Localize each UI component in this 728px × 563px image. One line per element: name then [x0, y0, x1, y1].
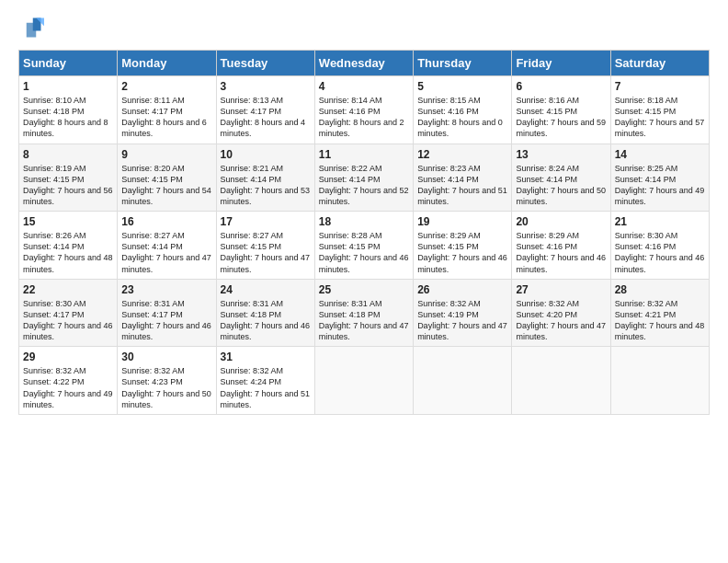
day-info: Sunrise: 8:32 AMSunset: 4:24 PMDaylight:… [221, 365, 311, 410]
week-row-2: 8Sunrise: 8:19 AMSunset: 4:15 PMDaylight… [19, 144, 710, 212]
logo [18, 15, 48, 40]
day-info: Sunrise: 8:14 AMSunset: 4:16 PMDaylight:… [319, 95, 409, 140]
day-info: Sunrise: 8:20 AMSunset: 4:15 PMDaylight:… [121, 163, 211, 208]
day-cell: 2Sunrise: 8:11 AMSunset: 4:17 PMDaylight… [118, 76, 216, 144]
day-cell: 4Sunrise: 8:14 AMSunset: 4:16 PMDaylight… [314, 76, 413, 144]
day-cell: 1Sunrise: 8:10 AMSunset: 4:18 PMDaylight… [19, 76, 118, 144]
day-cell: 6Sunrise: 8:16 AMSunset: 4:15 PMDaylight… [512, 76, 610, 144]
day-number: 9 [121, 148, 211, 161]
day-cell: 14Sunrise: 8:25 AMSunset: 4:14 PMDayligh… [610, 144, 709, 212]
day-number: 19 [417, 215, 507, 228]
week-row-5: 29Sunrise: 8:32 AMSunset: 4:22 PMDayligh… [19, 347, 710, 415]
day-cell: 21Sunrise: 8:30 AMSunset: 4:16 PMDayligh… [610, 212, 709, 280]
day-info: Sunrise: 8:32 AMSunset: 4:22 PMDaylight:… [23, 365, 113, 410]
week-row-4: 22Sunrise: 8:30 AMSunset: 4:17 PMDayligh… [19, 279, 710, 347]
day-cell: 31Sunrise: 8:32 AMSunset: 4:24 PMDayligh… [216, 347, 314, 415]
day-number: 12 [417, 148, 507, 161]
day-info: Sunrise: 8:25 AMSunset: 4:14 PMDaylight:… [615, 163, 705, 208]
day-info: Sunrise: 8:15 AMSunset: 4:16 PMDaylight:… [417, 95, 507, 140]
day-info: Sunrise: 8:27 AMSunset: 4:15 PMDaylight:… [221, 230, 311, 275]
day-cell: 26Sunrise: 8:32 AMSunset: 4:19 PMDayligh… [414, 279, 512, 347]
day-number: 27 [516, 283, 606, 296]
day-cell [314, 347, 413, 415]
day-cell: 25Sunrise: 8:31 AMSunset: 4:18 PMDayligh… [314, 279, 413, 347]
day-info: Sunrise: 8:26 AMSunset: 4:14 PMDaylight:… [23, 230, 113, 275]
day-number: 30 [121, 350, 211, 363]
col-header-friday: Friday [512, 51, 610, 76]
week-row-1: 1Sunrise: 8:10 AMSunset: 4:18 PMDaylight… [19, 76, 710, 144]
day-cell: 3Sunrise: 8:13 AMSunset: 4:17 PMDaylight… [216, 76, 314, 144]
day-info: Sunrise: 8:24 AMSunset: 4:14 PMDaylight:… [516, 163, 606, 208]
day-number: 17 [221, 215, 311, 228]
day-info: Sunrise: 8:10 AMSunset: 4:18 PMDaylight:… [23, 95, 113, 140]
day-number: 6 [516, 80, 606, 93]
day-number: 1 [23, 80, 113, 93]
calendar-page: SundayMondayTuesdayWednesdayThursdayFrid… [0, 0, 728, 424]
day-number: 24 [221, 283, 311, 296]
day-number: 2 [121, 80, 211, 93]
day-cell: 9Sunrise: 8:20 AMSunset: 4:15 PMDaylight… [118, 144, 216, 212]
day-cell [512, 347, 610, 415]
day-info: Sunrise: 8:32 AMSunset: 4:23 PMDaylight:… [121, 365, 211, 410]
day-number: 15 [23, 215, 113, 228]
day-number: 18 [319, 215, 409, 228]
day-number: 14 [615, 148, 705, 161]
day-number: 10 [221, 148, 311, 161]
day-info: Sunrise: 8:11 AMSunset: 4:17 PMDaylight:… [121, 95, 211, 140]
day-info: Sunrise: 8:16 AMSunset: 4:15 PMDaylight:… [516, 95, 606, 140]
col-header-saturday: Saturday [610, 51, 709, 76]
logo-icon [18, 15, 44, 40]
day-cell: 15Sunrise: 8:26 AMSunset: 4:14 PMDayligh… [19, 212, 118, 280]
day-cell: 29Sunrise: 8:32 AMSunset: 4:22 PMDayligh… [19, 347, 118, 415]
day-cell: 12Sunrise: 8:23 AMSunset: 4:14 PMDayligh… [414, 144, 512, 212]
day-number: 5 [417, 80, 507, 93]
svg-marker-1 [27, 23, 37, 38]
day-cell: 24Sunrise: 8:31 AMSunset: 4:18 PMDayligh… [216, 279, 314, 347]
day-cell: 28Sunrise: 8:32 AMSunset: 4:21 PMDayligh… [610, 279, 709, 347]
day-number: 20 [516, 215, 606, 228]
day-cell [414, 347, 512, 415]
day-number: 28 [615, 283, 705, 296]
day-info: Sunrise: 8:32 AMSunset: 4:20 PMDaylight:… [516, 298, 606, 343]
day-info: Sunrise: 8:19 AMSunset: 4:15 PMDaylight:… [23, 163, 113, 208]
day-info: Sunrise: 8:28 AMSunset: 4:15 PMDaylight:… [319, 230, 409, 275]
col-header-sunday: Sunday [19, 51, 118, 76]
day-info: Sunrise: 8:13 AMSunset: 4:17 PMDaylight:… [221, 95, 311, 140]
day-info: Sunrise: 8:29 AMSunset: 4:16 PMDaylight:… [516, 230, 606, 275]
day-cell: 8Sunrise: 8:19 AMSunset: 4:15 PMDaylight… [19, 144, 118, 212]
day-info: Sunrise: 8:22 AMSunset: 4:14 PMDaylight:… [319, 163, 409, 208]
day-number: 7 [615, 80, 705, 93]
day-cell: 13Sunrise: 8:24 AMSunset: 4:14 PMDayligh… [512, 144, 610, 212]
header [18, 15, 710, 40]
day-cell: 22Sunrise: 8:30 AMSunset: 4:17 PMDayligh… [19, 279, 118, 347]
day-info: Sunrise: 8:30 AMSunset: 4:17 PMDaylight:… [23, 298, 113, 343]
day-cell: 16Sunrise: 8:27 AMSunset: 4:14 PMDayligh… [118, 212, 216, 280]
week-row-3: 15Sunrise: 8:26 AMSunset: 4:14 PMDayligh… [19, 212, 710, 280]
day-info: Sunrise: 8:29 AMSunset: 4:15 PMDaylight:… [417, 230, 507, 275]
day-number: 22 [23, 283, 113, 296]
day-cell: 18Sunrise: 8:28 AMSunset: 4:15 PMDayligh… [314, 212, 413, 280]
col-header-tuesday: Tuesday [216, 51, 314, 76]
day-cell: 7Sunrise: 8:18 AMSunset: 4:15 PMDaylight… [610, 76, 709, 144]
day-number: 29 [23, 350, 113, 363]
day-cell [610, 347, 709, 415]
day-cell: 19Sunrise: 8:29 AMSunset: 4:15 PMDayligh… [414, 212, 512, 280]
day-info: Sunrise: 8:31 AMSunset: 4:18 PMDaylight:… [319, 298, 409, 343]
day-info: Sunrise: 8:18 AMSunset: 4:15 PMDaylight:… [615, 95, 705, 140]
day-cell: 20Sunrise: 8:29 AMSunset: 4:16 PMDayligh… [512, 212, 610, 280]
col-header-wednesday: Wednesday [314, 51, 413, 76]
day-number: 16 [121, 215, 211, 228]
day-number: 21 [615, 215, 705, 228]
day-number: 11 [319, 148, 409, 161]
day-info: Sunrise: 8:32 AMSunset: 4:19 PMDaylight:… [417, 298, 507, 343]
day-cell: 5Sunrise: 8:15 AMSunset: 4:16 PMDaylight… [414, 76, 512, 144]
day-info: Sunrise: 8:23 AMSunset: 4:14 PMDaylight:… [417, 163, 507, 208]
day-number: 23 [121, 283, 211, 296]
day-cell: 11Sunrise: 8:22 AMSunset: 4:14 PMDayligh… [314, 144, 413, 212]
header-row: SundayMondayTuesdayWednesdayThursdayFrid… [19, 51, 710, 76]
day-info: Sunrise: 8:30 AMSunset: 4:16 PMDaylight:… [615, 230, 705, 275]
day-cell: 27Sunrise: 8:32 AMSunset: 4:20 PMDayligh… [512, 279, 610, 347]
day-cell: 17Sunrise: 8:27 AMSunset: 4:15 PMDayligh… [216, 212, 314, 280]
day-info: Sunrise: 8:27 AMSunset: 4:14 PMDaylight:… [121, 230, 211, 275]
col-header-monday: Monday [118, 51, 216, 76]
